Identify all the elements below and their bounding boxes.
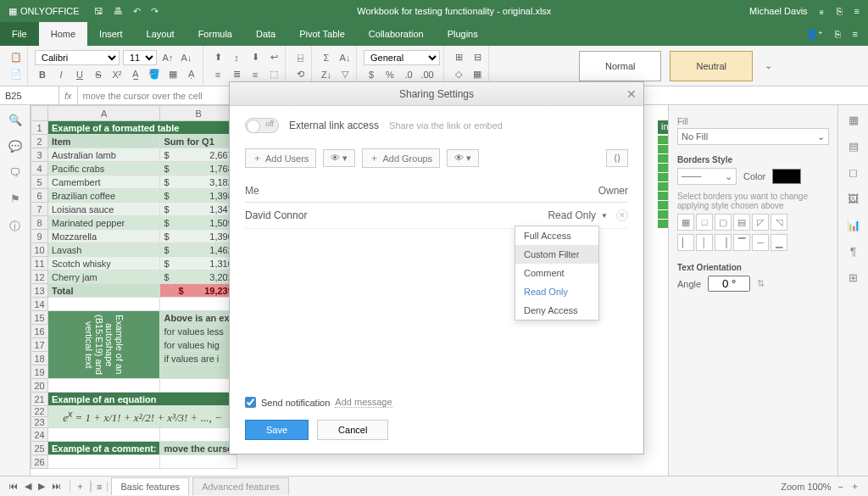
add-sheet-icon[interactable]: ＋ <box>70 480 91 493</box>
dec-increase-icon[interactable]: .00 <box>420 67 435 82</box>
border-all-icon[interactable]: ▦ <box>677 214 694 231</box>
close-icon[interactable]: ✕ <box>626 87 637 101</box>
add-users-perm-select[interactable]: 👁 ▾ <box>323 149 355 167</box>
sheet-list-icon[interactable]: ≡ <box>91 482 108 492</box>
sheet-next-icon[interactable]: ▶ <box>38 481 45 492</box>
borders-icon[interactable]: ▦ <box>165 67 181 82</box>
dec-decrease-icon[interactable]: .0 <box>401 67 416 82</box>
clear-format-icon[interactable]: Ạ <box>184 67 199 82</box>
send-notification-checkbox[interactable] <box>245 397 256 408</box>
percent-icon[interactable]: % <box>382 67 398 82</box>
wrap-text-icon[interactable]: ↩ <box>266 50 281 65</box>
menu-layout[interactable]: Layout <box>135 22 186 46</box>
equation-cell[interactable]: ex = 1 + x/1! + x²/2! + x³/3! + ..., − <box>48 406 237 428</box>
border-left-icon[interactable]: ▏ <box>677 234 694 251</box>
font-color-icon[interactable]: A̲ <box>128 67 143 82</box>
increase-font-icon[interactable]: A↑ <box>160 50 175 65</box>
open-location-icon[interactable]: ⎘ <box>837 6 843 16</box>
add-groups-button[interactable]: ＋ Add Groups <box>362 148 440 168</box>
menu-plugins[interactable]: Plugins <box>436 22 490 46</box>
goto-docs-icon[interactable]: ⎘ <box>835 29 841 39</box>
orientation-icon[interactable]: ⟲ <box>292 67 308 82</box>
cell-reference[interactable]: B25 <box>0 86 59 104</box>
share-users-icon[interactable]: ⩬ <box>820 6 825 16</box>
sheet-prev-icon[interactable]: ◀ <box>25 481 31 492</box>
add-user-icon[interactable]: 👤⁺ <box>806 29 823 40</box>
paste-icon[interactable]: 📄 <box>8 67 24 82</box>
zoom-out-icon[interactable]: − <box>838 482 843 492</box>
menu-collaboration[interactable]: Collaboration <box>357 22 436 46</box>
border-line-select[interactable]: ───⌄ <box>677 168 737 185</box>
image-settings-icon[interactable]: 🖼 <box>848 192 859 205</box>
perm-option-deny-access[interactable]: Deny Access <box>515 301 598 320</box>
sheet-tab-advanced[interactable]: Advanced features <box>192 477 289 495</box>
insert-function-icon[interactable]: Σ <box>319 50 334 65</box>
comments-icon[interactable]: 💬 <box>8 140 22 153</box>
border-diag1-icon[interactable]: ◸ <box>752 214 769 231</box>
border-right-icon[interactable]: ▕ <box>715 234 732 251</box>
perm-option-comment[interactable]: Comment <box>515 264 598 282</box>
redo-icon[interactable]: ↷ <box>151 6 159 17</box>
add-groups-perm-select[interactable]: 👁 ▾ <box>447 149 479 167</box>
feedback-icon[interactable]: ⚑ <box>10 192 20 205</box>
styles-more-icon[interactable]: ⌄ <box>761 59 776 74</box>
merge-cells-icon[interactable]: ⬚ <box>266 67 281 82</box>
underline-icon[interactable]: U <box>72 67 87 82</box>
menu-insert[interactable]: Insert <box>87 22 135 46</box>
currency-icon[interactable]: $ <box>364 67 379 82</box>
chart-settings-icon[interactable]: 📊 <box>847 219 860 231</box>
italic-icon[interactable]: I <box>53 67 69 82</box>
hamburger-icon[interactable]: ≡ <box>853 29 858 39</box>
menu-pivot-table[interactable]: Pivot Table <box>287 22 357 46</box>
delete-cells-icon[interactable]: ⊟ <box>470 50 485 65</box>
menu-icon[interactable]: ≡ <box>854 6 860 16</box>
sort-desc-icon[interactable]: Z↓ <box>319 67 334 82</box>
menu-formula[interactable]: Formula <box>186 22 244 46</box>
print-icon[interactable]: 🖶 <box>114 6 123 17</box>
save-button[interactable]: Save <box>245 420 309 440</box>
align-middle-icon[interactable]: ↕ <box>229 50 244 65</box>
menu-file[interactable]: File <box>0 22 39 46</box>
autoshape-cell[interactable]: Example of an autoshape (B15:E19) and ve… <box>48 311 160 379</box>
border-inner-icon[interactable]: ▤ <box>733 214 750 231</box>
perm-option-full-access[interactable]: Full Access <box>515 226 598 245</box>
cancel-button[interactable]: Cancel <box>317 420 388 440</box>
search-icon[interactable]: 🔍 <box>8 114 22 126</box>
format-table-icon[interactable]: ▦ <box>470 67 485 82</box>
perm-option-custom-filter[interactable]: Custom Filter <box>515 245 598 264</box>
border-top-icon[interactable]: ▔ <box>733 234 750 251</box>
sheet-first-icon[interactable]: ⏮ <box>8 481 18 492</box>
angle-stepper-icon[interactable]: ⇅ <box>757 278 765 289</box>
col-header-B[interactable]: B <box>160 106 236 121</box>
user-permission-select[interactable]: Read Only▼ <box>548 209 608 221</box>
cell-settings-icon[interactable]: ▦ <box>849 114 859 126</box>
border-diag2-icon[interactable]: ◹ <box>771 214 787 231</box>
fx-icon[interactable]: fx <box>59 86 78 104</box>
table-settings-icon[interactable]: ▤ <box>849 140 859 153</box>
col-header-A[interactable]: A <box>48 106 160 121</box>
current-user[interactable]: Michael Davis <box>749 6 807 16</box>
menu-home[interactable]: Home <box>39 22 87 46</box>
fill-select[interactable]: No Fill⌄ <box>677 128 829 145</box>
sheet-last-icon[interactable]: ⏭ <box>52 481 61 492</box>
align-center-icon[interactable]: ≣ <box>229 67 244 82</box>
text-settings-icon[interactable]: ¶ <box>850 245 856 258</box>
bold-icon[interactable]: B <box>35 67 50 82</box>
border-none-icon[interactable]: □ <box>696 214 713 231</box>
external-link-toggle[interactable] <box>245 118 279 133</box>
remove-user-icon[interactable]: ✕ <box>616 209 628 221</box>
add-message-link[interactable]: Add message <box>335 397 392 408</box>
number-format-select[interactable]: General <box>364 50 440 65</box>
chat-icon[interactable]: 🗨 <box>9 166 20 179</box>
sheet-tab-basic[interactable]: Basic features <box>111 477 189 495</box>
perm-option-read-only[interactable]: Read Only <box>515 282 598 301</box>
decrease-font-icon[interactable]: A↓ <box>179 50 194 65</box>
undo-icon[interactable]: ↶ <box>133 6 141 17</box>
cell-style-neutral[interactable]: Neutral <box>670 51 752 81</box>
border-outer-icon[interactable]: ▢ <box>715 214 732 231</box>
menu-data[interactable]: Data <box>244 22 287 46</box>
border-horz-icon[interactable]: ─ <box>752 234 769 251</box>
border-color-swatch[interactable] <box>772 169 801 184</box>
font-family-select[interactable]: Calibri <box>35 50 120 65</box>
font-size-select[interactable]: 11 <box>123 50 157 65</box>
